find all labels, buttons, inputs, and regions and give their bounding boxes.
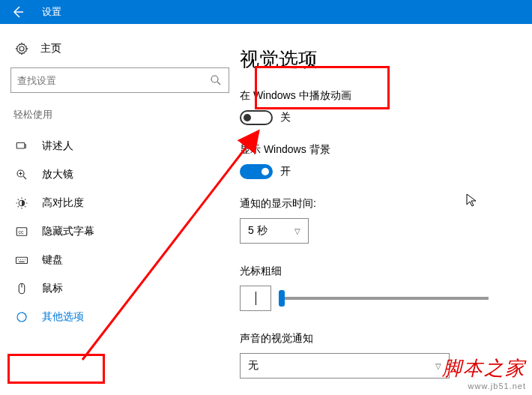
sidebar-item-magnifier[interactable]: 放大镜 [10, 160, 229, 189]
search-input[interactable] [10, 67, 229, 93]
home-label: 主页 [40, 42, 61, 55]
anim-state: 关 [280, 111, 291, 124]
contrast-icon [15, 196, 28, 210]
sidebar-item-other[interactable]: 其他选项 [10, 303, 229, 331]
svg-line-4 [23, 176, 26, 179]
watermark: 脚本之家 www.jb51.net [442, 355, 526, 391]
back-button[interactable] [0, 0, 36, 24]
notif-value: 5 秒 [248, 224, 267, 238]
search-field[interactable] [17, 75, 209, 86]
svg-point-22 [22, 259, 23, 260]
notif-select[interactable]: 5 秒 ▽ [240, 218, 309, 244]
svg-point-0 [211, 76, 218, 82]
svg-line-1 [217, 82, 220, 85]
bg-toggle[interactable] [240, 164, 273, 179]
sidebar: 主页 轻松使用 讲述人 放大镜 高对比度 cc 隐藏式字幕 键盘 [0, 24, 240, 395]
svg-rect-18 [16, 257, 28, 263]
home-link[interactable]: 主页 [10, 39, 229, 58]
sidebar-item-mouse[interactable]: 鼠标 [10, 274, 229, 303]
svg-line-12 [18, 199, 19, 200]
bg-state: 开 [280, 165, 291, 178]
gear-icon [15, 42, 28, 55]
cursor-preview [240, 286, 271, 311]
sidebar-item-narrator[interactable]: 讲述人 [10, 132, 229, 160]
nav-label: 隐藏式字幕 [42, 225, 94, 238]
sound-label: 声音的视觉通知 [240, 332, 532, 346]
narrator-icon [15, 139, 28, 153]
cursor-slider[interactable] [279, 297, 489, 300]
mouse-icon [15, 282, 28, 295]
svg-line-14 [18, 206, 19, 207]
sound-value: 无 [248, 359, 259, 373]
sidebar-item-captions[interactable]: cc 隐藏式字幕 [10, 217, 229, 246]
watermark-text: 脚本之家 [442, 355, 526, 382]
svg-rect-2 [16, 143, 25, 149]
cursor-label: 光标粗细 [240, 265, 532, 278]
chevron-down-icon: ▽ [435, 362, 441, 370]
sidebar-item-contrast[interactable]: 高对比度 [10, 189, 229, 217]
svg-line-13 [25, 206, 25, 207]
sidebar-item-keyboard[interactable]: 键盘 [10, 246, 229, 274]
slider-thumb[interactable] [279, 290, 285, 307]
other-icon [15, 310, 28, 324]
sound-select[interactable]: 无 ▽ [240, 353, 450, 379]
anim-toggle[interactable] [240, 110, 273, 125]
svg-text:cc: cc [19, 229, 24, 235]
nav-label: 其他选项 [42, 310, 84, 324]
window-title: 设置 [36, 5, 61, 19]
chevron-down-icon: ▽ [294, 227, 300, 235]
watermark-url: www.jb51.net [442, 382, 526, 391]
notif-label: 通知的显示时间: [240, 197, 532, 211]
captions-icon: cc [15, 225, 28, 238]
magnifier-icon [15, 168, 28, 181]
svg-line-15 [25, 199, 25, 200]
bg-label: 显示 Windows 背景 [240, 143, 532, 157]
section-label: 轻松使用 [13, 108, 229, 121]
nav-label: 高对比度 [42, 196, 84, 210]
anim-label: 在 Windows 中播放动画 [240, 89, 532, 103]
keyboard-icon [15, 253, 28, 267]
content-pane: 视觉选项 在 Windows 中播放动画 关 显示 Windows 背景 开 通… [240, 24, 532, 395]
nav-label: 鼠标 [42, 282, 63, 295]
nav-label: 讲述人 [42, 139, 73, 153]
svg-point-20 [18, 259, 19, 260]
page-title: 视觉选项 [240, 46, 532, 73]
search-icon [209, 73, 223, 87]
nav-label: 放大镜 [42, 168, 73, 181]
svg-point-21 [20, 259, 21, 260]
nav-label: 键盘 [42, 253, 63, 267]
svg-point-23 [25, 259, 25, 260]
